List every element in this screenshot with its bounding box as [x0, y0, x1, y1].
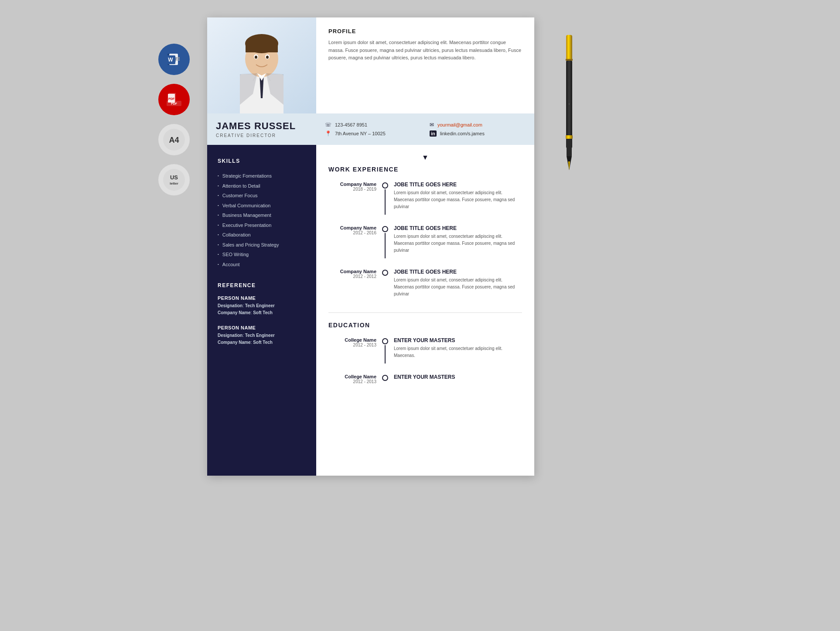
svg-rect-40 — [566, 135, 573, 139]
ref-designation-label-2: Designation — [218, 333, 242, 338]
job-desc-2: Lorem ipsum dolor sit amet, consectetuer… — [394, 233, 522, 254]
timeline-line-2 — [385, 233, 386, 258]
company-name-2: Company Name — [328, 225, 376, 230]
phone-icon: ☏ — [325, 122, 331, 128]
list-item: •Strategic Fomentations — [218, 171, 306, 181]
header-profile-section: PROFILE Lorem ipsum dolor sit amet, cons… — [316, 17, 534, 113]
resume-body: SKILLS •Strategic Fomentations •Attentio… — [207, 145, 534, 476]
degree-title-1: ENTER YOUR MASTERS — [394, 337, 522, 343]
linkedin-contact: in linkedin.com/s.james — [430, 130, 526, 137]
list-item: •Collaboration — [218, 230, 306, 240]
job-title-3: JOBE TITLE GOES HERE — [394, 269, 522, 275]
edu-dot-col-1 — [381, 337, 389, 364]
list-item: •Attention to Detail — [218, 181, 306, 191]
college-name-2: College Name — [328, 374, 376, 379]
svg-rect-26 — [246, 44, 278, 52]
svg-rect-41 — [567, 139, 572, 156]
education-title: EDUCATION — [328, 322, 522, 329]
location-icon: 📍 — [325, 130, 331, 137]
job-dates-3: 2012 - 2012 — [328, 274, 376, 279]
sidebar: SKILLS •Strategic Fomentations •Attentio… — [207, 145, 316, 476]
email-contact: ✉ yourmail@gmail.com — [430, 122, 526, 128]
phone-number: 123-4567 8951 — [335, 122, 367, 127]
skill-text: Account — [222, 261, 240, 268]
timeline-item-2: Company Name 2012 - 2016 JOBE TITLE GOES… — [328, 225, 522, 258]
bullet-icon: • — [218, 173, 219, 178]
edu-right-1: ENTER YOUR MASTERS Lorem ipsum dolor sit… — [394, 337, 522, 364]
edu-dot-1 — [382, 338, 388, 344]
svg-text:PDF: PDF — [171, 102, 178, 105]
resume-card: PROFILE Lorem ipsum dolor sit amet, cons… — [207, 17, 534, 476]
company-name-3: Company Name — [328, 269, 376, 274]
pdf-icon-badge[interactable]: PDF PDF — [158, 84, 190, 115]
main-content: ▼ WORK EXPERIENCE Company Name 2018 - 20… — [316, 145, 534, 476]
svg-rect-8 — [175, 60, 180, 61]
timeline-right-3: JOBE TITLE GOES HERE Lorem ipsum dolor s… — [394, 269, 522, 302]
candidate-title: CREATIVE DIRECTOR — [216, 133, 307, 138]
profile-label: PROFILE — [328, 28, 522, 34]
ref-designation-1: Designation: Tech Engineer — [218, 302, 306, 309]
reference-section-title: REFERENCE — [218, 282, 306, 288]
edu-dot-2 — [382, 375, 388, 381]
bullet-icon: • — [218, 252, 219, 257]
education-timeline: College Name 2012 - 2013 ENTER YOUR MAST… — [328, 337, 522, 386]
timeline-dot-1 — [382, 182, 388, 189]
candidate-name: JAMES RUSSEL — [216, 120, 307, 132]
header-photo — [207, 17, 316, 113]
name-bar: JAMES RUSSEL CREATIVE DIRECTOR ☏ 123-456… — [207, 113, 534, 145]
skill-text: SEO Writing — [222, 251, 249, 258]
ref-name-2: PERSON NAME — [218, 325, 306, 330]
edu-line-2 — [385, 382, 386, 386]
linkedin-icon: in — [430, 130, 437, 137]
us-letter-icon-badge[interactable]: US letter — [158, 164, 190, 195]
timeline-left-1: Company Name 2018 - 2019 — [328, 182, 376, 215]
skills-section-title: SKILLS — [218, 158, 306, 164]
list-item: •Account — [218, 260, 306, 270]
svg-text:W: W — [168, 57, 173, 63]
contact-section: ☏ 123-4567 8951 ✉ yourmail@gmail.com 📍 7… — [316, 115, 534, 144]
timeline-left-2: Company Name 2012 - 2016 — [328, 225, 376, 258]
timeline-dot-2 — [382, 226, 388, 232]
skills-list: •Strategic Fomentations •Attention to De… — [218, 171, 306, 269]
edu-right-2: ENTER YOUR MASTERS — [394, 374, 522, 386]
work-experience-title: WORK EXPERIENCE — [328, 166, 522, 173]
profile-text: Lorem ipsum dolor sit amet, consectetuer… — [328, 39, 522, 62]
timeline-right-1: JOBE TITLE GOES HERE Lorem ipsum dolor s… — [394, 182, 522, 215]
skill-text: Executive Presentation — [222, 222, 272, 229]
bullet-icon: • — [218, 223, 219, 228]
timeline-line-3 — [385, 277, 386, 302]
bullet-icon: • — [218, 213, 219, 218]
a4-icon-badge[interactable]: A4 — [158, 124, 190, 155]
svg-text:●: ● — [568, 103, 570, 105]
job-dates-1: 2018 - 2019 — [328, 187, 376, 192]
svg-text:letter: letter — [170, 182, 178, 185]
edu-desc-1: Lorem ipsum dolor sit amet, consectetuer… — [394, 345, 522, 359]
pdf-svg: PDF PDF — [163, 89, 185, 110]
skill-text: Business Management — [222, 212, 271, 219]
page-wrapper: W W PDF PDF A4 — [158, 17, 682, 476]
svg-text:US: US — [170, 174, 178, 181]
job-title-1: JOBE TITLE GOES HERE — [394, 182, 522, 188]
bullet-icon: • — [218, 203, 219, 208]
ref-company-1: Company Name: Soft Tech — [218, 309, 306, 316]
section-divider — [328, 312, 522, 313]
timeline-right-2: JOBE TITLE GOES HERE Lorem ipsum dolor s… — [394, 225, 522, 258]
email-address: yourmail@gmail.com — [437, 122, 482, 127]
job-title-2: JOBE TITLE GOES HERE — [394, 225, 522, 231]
timeline-line-1 — [385, 189, 386, 215]
ref-designation-value-1: Tech Engineer — [245, 303, 275, 308]
us-svg: US letter — [163, 169, 185, 191]
degree-title-2: ENTER YOUR MASTERS — [394, 374, 522, 380]
skill-text: Attention to Detail — [222, 182, 260, 190]
phone-contact: ☏ 123-4567 8951 — [325, 122, 421, 128]
ref-name-1: PERSON NAME — [218, 295, 306, 301]
timeline-item-3: Company Name 2012 - 2012 JOBE TITLE GOES… — [328, 269, 522, 302]
company-name-1: Company Name — [328, 182, 376, 187]
word-icon-badge[interactable]: W W — [158, 44, 190, 75]
list-item: •Customer Focus — [218, 191, 306, 201]
ref-company-label-1: Company Name — [218, 310, 251, 315]
edu-left-2: College Name 2012 - 2013 — [328, 374, 376, 386]
list-item: •Executive Presentation — [218, 220, 306, 230]
timeline-dot-col-1 — [381, 182, 389, 215]
pen-container: ● — [552, 17, 587, 175]
